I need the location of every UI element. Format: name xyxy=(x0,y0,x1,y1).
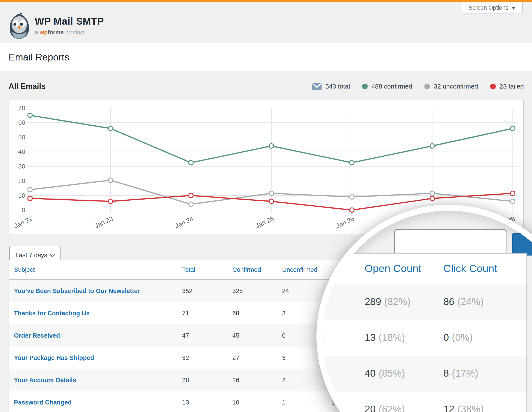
open-count-number: 40 xyxy=(365,367,376,379)
search-button[interactable] xyxy=(512,233,532,256)
unconfirmed-value: 3 xyxy=(282,354,285,361)
legend-item: 32 unconfirmed xyxy=(424,83,478,90)
click-count-number: 12 xyxy=(443,403,454,412)
confirmed-value: 325 xyxy=(232,287,243,294)
magnified-column-header-open-count[interactable]: Open Count xyxy=(365,253,421,284)
wp-mail-smtp-pigeon-logo xyxy=(8,12,31,40)
total-value: 352 xyxy=(182,287,192,294)
total-value: 28 xyxy=(182,377,189,384)
svg-text:10: 10 xyxy=(18,192,25,199)
click-count-number: 8 xyxy=(443,367,449,379)
magnified-click-count-value: 0(0%) xyxy=(443,319,473,355)
top-accent-bar xyxy=(0,0,532,2)
email-subject-link[interactable]: Order Received xyxy=(14,332,60,339)
svg-text:Jan 23: Jan 23 xyxy=(94,215,114,229)
email-subject-link[interactable]: Password Changed xyxy=(14,399,72,406)
click-count-percent: (24%) xyxy=(457,296,484,307)
total-value: 71 xyxy=(182,310,189,317)
column-header-unconfirmed[interactable]: Unconfirmed xyxy=(282,266,317,273)
svg-text:Jan 22: Jan 22 xyxy=(13,215,34,229)
confirmed-value: 10 xyxy=(232,399,239,406)
svg-text:40: 40 xyxy=(18,148,25,155)
unconfirmed-value: 1 xyxy=(282,399,285,406)
svg-text:20: 20 xyxy=(18,177,25,184)
screen-options-button[interactable]: Screen Options xyxy=(462,2,522,14)
click-count-number: 86 xyxy=(443,296,454,307)
chart-legend: 543 total488 confirmed32 unconfirmed23 f… xyxy=(312,83,524,90)
magnified-row-stripe xyxy=(323,284,526,320)
app-tagline: a wpforms product xyxy=(35,29,104,36)
legend-item: 23 failed xyxy=(490,83,524,90)
legend-dot-icon xyxy=(490,84,496,89)
page-title: Email Reports xyxy=(9,43,69,71)
magnified-open-count-value: 289(82%) xyxy=(365,284,410,319)
click-count-percent: (0%) xyxy=(452,332,473,343)
unconfirmed-value: 2 xyxy=(282,377,285,384)
confirmed-value: 26 xyxy=(232,377,239,384)
column-header-subject[interactable]: Subject xyxy=(14,266,35,273)
tagline-suffix: product xyxy=(64,29,85,36)
confirmed-value: 45 xyxy=(232,332,239,339)
open-count-percent: (62%) xyxy=(379,403,405,412)
page-title-band: Email Reports xyxy=(0,43,532,71)
unconfirmed-value: 24 xyxy=(282,287,289,294)
magnified-click-count-value: 12(38%) xyxy=(443,391,484,412)
tagline-forms: forms xyxy=(48,29,64,36)
svg-text:60: 60 xyxy=(18,119,25,126)
legend-dot-icon xyxy=(362,84,368,89)
confirmed-value: 27 xyxy=(232,354,239,361)
envelope-icon xyxy=(312,83,322,90)
magnifier-lens-overlay: Open CountClick Count289(82%)86(24%)13(1… xyxy=(316,205,532,412)
magnified-column-header-click-count[interactable]: Click Count xyxy=(443,253,497,284)
screen-options-label: Screen Options xyxy=(468,4,508,11)
magnified-click-count-value: 86(24%) xyxy=(443,284,484,319)
click-count-percent: (17%) xyxy=(452,367,478,379)
column-header-confirmed[interactable]: Confirmed xyxy=(232,266,261,273)
all-emails-section-header: All Emails 543 total488 confirmed32 unco… xyxy=(9,77,524,96)
tagline-wp: wp xyxy=(40,29,48,36)
unconfirmed-value: 3 xyxy=(282,310,285,317)
svg-text:50: 50 xyxy=(18,134,25,141)
total-value: 32 xyxy=(182,354,189,361)
legend-label: 32 unconfirmed xyxy=(434,83,478,90)
legend-label: 543 total xyxy=(325,83,350,90)
total-value: 13 xyxy=(182,399,189,406)
date-range-value: Last 7 days xyxy=(15,252,47,259)
search-input[interactable] xyxy=(394,229,506,255)
section-title: All Emails xyxy=(9,82,46,91)
column-header-total[interactable]: Total xyxy=(182,266,195,273)
magnifier-lens-content: Open CountClick Count289(82%)86(24%)13(1… xyxy=(323,211,532,412)
open-count-number: 13 xyxy=(365,332,376,343)
legend-label: 488 confirmed xyxy=(371,83,412,90)
legend-item: 543 total xyxy=(312,83,350,90)
legend-label: 23 failed xyxy=(500,83,524,90)
chevron-down-icon xyxy=(49,251,55,257)
magnified-open-count-value: 40(85%) xyxy=(365,355,405,391)
email-subject-link[interactable]: You’ve Been Subscribed to Our Newsletter xyxy=(14,287,140,294)
click-count-number: 0 xyxy=(443,332,449,343)
plugin-header: WP Mail SMTP a wpforms product xyxy=(0,2,532,43)
magnified-click-count-value: 8(17%) xyxy=(443,355,478,391)
tagline-prefix: a xyxy=(35,29,40,36)
brand-block: WP Mail SMTP a wpforms product xyxy=(35,15,104,36)
unconfirmed-value: 0 xyxy=(282,332,285,339)
open-count-percent: (18%) xyxy=(379,332,405,343)
open-count-percent: (85%) xyxy=(379,367,405,379)
email-subject-link[interactable]: Thanks for Contacting Us xyxy=(14,310,90,317)
app-title: WP Mail SMTP xyxy=(35,15,104,27)
magnified-page-area: Open CountClick Count289(82%)86(24%)13(1… xyxy=(323,211,532,412)
email-subject-link[interactable]: Your Account Details xyxy=(14,377,76,384)
magnified-open-count-value: 13(18%) xyxy=(365,319,405,355)
chevron-down-icon xyxy=(511,7,516,10)
open-count-percent: (82%) xyxy=(384,296,411,307)
open-count-number: 20 xyxy=(365,403,376,412)
email-subject-link[interactable]: Your Package Has Shipped xyxy=(14,354,94,361)
legend-dot-icon xyxy=(424,84,430,89)
confirmed-value: 68 xyxy=(232,310,239,317)
svg-text:Jan 26: Jan 26 xyxy=(335,215,355,229)
svg-text:Jan 24: Jan 24 xyxy=(174,215,195,229)
click-count-percent: (38%) xyxy=(457,403,484,412)
svg-text:0: 0 xyxy=(22,206,25,213)
legend-item: 488 confirmed xyxy=(362,83,412,90)
svg-text:30: 30 xyxy=(18,163,25,170)
